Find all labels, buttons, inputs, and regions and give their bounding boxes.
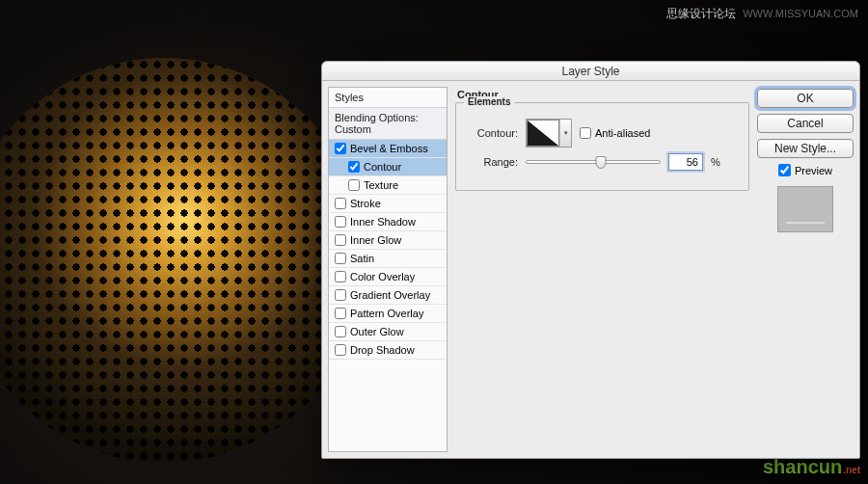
watermark-url: WWW.MISSYUAN.COM (743, 8, 858, 19)
elements-fieldset: Elements Contour: ▾ Anti-aliased Range: (455, 102, 749, 191)
watermark-text: 思缘设计论坛 (666, 7, 736, 20)
style-item-checkbox[interactable] (348, 161, 360, 173)
styles-list-panel: Styles Blending Options: Custom Bevel & … (328, 87, 448, 452)
cancel-button[interactable]: Cancel (757, 114, 854, 133)
anti-aliased-input[interactable] (580, 127, 591, 139)
style-item-gradient-overlay[interactable]: Gradient Overlay (329, 286, 447, 305)
page-watermark: 思缘设计论坛 WWW.MISSYUAN.COM (666, 6, 858, 22)
anti-aliased-checkbox[interactable]: Anti-aliased (580, 127, 650, 139)
style-item-pattern-overlay[interactable]: Pattern Overlay (329, 305, 447, 323)
style-item-checkbox[interactable] (335, 308, 346, 319)
style-item-label: Gradient Overlay (350, 289, 430, 301)
background-speaker-art (0, 58, 366, 463)
style-item-label: Outer Glow (350, 326, 404, 337)
style-item-stroke[interactable]: Stroke (329, 195, 447, 213)
range-label: Range: (466, 156, 518, 168)
style-item-inner-shadow[interactable]: Inner Shadow (329, 213, 447, 231)
style-item-label: Color Overlay (350, 271, 415, 282)
style-item-label: Bevel & Emboss (350, 143, 428, 154)
style-item-label: Stroke (350, 198, 381, 209)
style-item-checkbox[interactable] (335, 234, 346, 246)
styles-header[interactable]: Styles (329, 88, 447, 108)
new-style-button[interactable]: New Style... (757, 139, 854, 158)
style-item-bevel-emboss[interactable]: Bevel & Emboss (329, 140, 447, 158)
logo-domain: .net (843, 465, 860, 475)
style-item-checkbox[interactable] (335, 271, 346, 282)
style-item-label: Contour (364, 161, 401, 173)
range-input[interactable] (668, 153, 703, 171)
style-item-checkbox[interactable] (335, 289, 346, 301)
style-item-outer-glow[interactable]: Outer Glow (329, 323, 447, 341)
style-item-texture[interactable]: Texture (329, 176, 447, 195)
anti-aliased-label: Anti-aliased (595, 127, 650, 139)
style-item-inner-glow[interactable]: Inner Glow (329, 231, 447, 250)
contour-settings-panel: Contour Elements Contour: ▾ Anti-aliased… (453, 87, 751, 452)
logo-text: shancun (763, 456, 842, 477)
contour-preview-swatch (527, 120, 559, 147)
ok-button[interactable]: OK (757, 89, 854, 108)
range-percent: % (711, 156, 720, 168)
style-item-label: Texture (364, 179, 398, 191)
style-item-checkbox[interactable] (348, 179, 360, 191)
preview-swatch (777, 186, 833, 232)
dialog-buttons-panel: OK Cancel New Style... Preview (757, 87, 854, 452)
chevron-down-icon[interactable]: ▾ (559, 120, 571, 147)
preview-checkbox[interactable]: Preview (757, 164, 854, 176)
range-slider[interactable] (526, 160, 661, 164)
preview-input[interactable] (778, 164, 791, 176)
contour-label: Contour: (466, 127, 518, 139)
style-item-label: Drop Shadow (350, 344, 415, 356)
contour-picker[interactable]: ▾ (526, 119, 572, 148)
style-item-drop-shadow[interactable]: Drop Shadow (329, 341, 447, 360)
style-item-label: Pattern Overlay (350, 308, 423, 319)
style-item-checkbox[interactable] (335, 253, 346, 264)
style-item-label: Satin (350, 253, 374, 264)
dialog-title: Layer Style (322, 62, 859, 81)
preview-label: Preview (795, 165, 832, 176)
layer-style-dialog: Layer Style Styles Blending Options: Cus… (321, 61, 860, 459)
style-item-contour[interactable]: Contour (329, 158, 447, 176)
style-item-checkbox[interactable] (335, 216, 346, 228)
style-item-color-overlay[interactable]: Color Overlay (329, 268, 447, 286)
style-item-checkbox[interactable] (335, 143, 346, 154)
style-item-satin[interactable]: Satin (329, 250, 447, 268)
dialog-body: Styles Blending Options: Custom Bevel & … (322, 81, 859, 458)
style-item-checkbox[interactable] (335, 344, 346, 356)
range-slider-thumb[interactable] (596, 156, 607, 169)
logo-watermark: shancun.net (763, 456, 860, 478)
style-item-label: Inner Glow (350, 234, 401, 246)
blending-options-header[interactable]: Blending Options: Custom (329, 108, 447, 140)
fieldset-legend: Elements (464, 96, 514, 107)
style-item-checkbox[interactable] (335, 326, 346, 337)
style-item-checkbox[interactable] (335, 198, 346, 209)
style-item-label: Inner Shadow (350, 216, 416, 228)
